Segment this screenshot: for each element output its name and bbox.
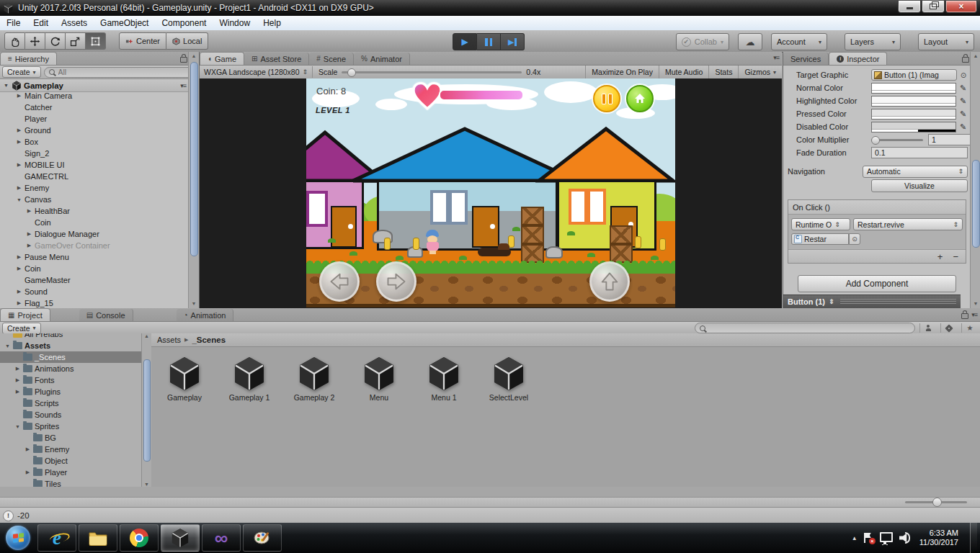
hierarchy-scrollbar[interactable]: ▲ ▼ xyxy=(188,52,199,308)
game-pause-button[interactable] xyxy=(593,85,620,112)
scroll-up-icon[interactable]: ▲ xyxy=(189,52,199,60)
expand-arrow-icon[interactable]: ▶ xyxy=(16,127,22,133)
jump-button[interactable] xyxy=(589,261,630,302)
scrollbar-thumb[interactable] xyxy=(190,62,198,256)
expand-arrow-icon[interactable]: ▶ xyxy=(24,446,31,452)
hierarchy-item[interactable]: ▶ GameOver Container xyxy=(0,240,189,251)
hierarchy-item[interactable]: ▶ Ground xyxy=(0,125,189,136)
expand-arrow-icon[interactable]: ▶ xyxy=(16,266,22,271)
disabled-color-swatch[interactable] xyxy=(871,122,956,132)
expand-arrow-icon[interactable]: ▶ xyxy=(16,139,22,145)
eyedropper-icon[interactable]: ✎ xyxy=(958,109,968,119)
maximize-on-play-button[interactable]: Maximize On Play xyxy=(585,66,659,78)
taskbar-paint[interactable] xyxy=(243,524,282,552)
hierarchy-item[interactable]: Catcher xyxy=(0,102,189,113)
tab-console[interactable]: ▤Console xyxy=(79,309,133,321)
project-tree-item[interactable]: ▶ Plugins xyxy=(0,386,141,397)
color-multiplier-slider[interactable] xyxy=(871,139,923,141)
hierarchy-item[interactable]: ▶ Sound xyxy=(0,286,189,297)
project-tree-item[interactable]: Tiles xyxy=(0,478,141,487)
expand-arrow-icon[interactable]: ▶ xyxy=(14,366,21,372)
close-button[interactable]: × xyxy=(945,1,977,13)
event-function-dropdown[interactable]: Restart.revive⇕ xyxy=(853,218,963,230)
project-tree-item[interactable]: Object xyxy=(0,455,141,467)
lock-icon[interactable] xyxy=(962,57,969,63)
fade-duration-field[interactable]: 0.1 xyxy=(871,147,968,158)
expand-arrow-icon[interactable]: ▶ xyxy=(26,231,32,237)
expand-arrow-icon[interactable]: ▶ xyxy=(14,377,21,383)
show-desktop-button[interactable] xyxy=(970,523,977,553)
hierarchy-item[interactable]: ▶ Pause Menu xyxy=(0,251,189,263)
event-target-field[interactable]: Restar xyxy=(791,233,849,245)
tab-services[interactable]: Services xyxy=(783,53,829,65)
hierarchy-item[interactable]: ▶ Flag_15 xyxy=(0,297,189,308)
project-tree-item[interactable]: _Scenes xyxy=(0,351,141,363)
scene-asset[interactable]: Gameplay 2 xyxy=(291,356,337,402)
network-icon[interactable] xyxy=(880,532,893,542)
lock-icon[interactable] xyxy=(961,313,968,319)
hierarchy-item[interactable]: ▼ Canvas xyxy=(0,194,189,205)
project-tree-item[interactable]: Sounds xyxy=(0,409,141,421)
menu-item[interactable]: Edit xyxy=(27,17,55,30)
project-tree-item[interactable]: ▶ Player xyxy=(0,467,141,478)
hierarchy-item[interactable]: GAMECTRL xyxy=(0,171,189,182)
hierarchy-item[interactable]: GameMaster xyxy=(0,274,189,286)
highlighted-color-swatch[interactable] xyxy=(871,96,956,107)
scroll-up-icon[interactable]: ▲ xyxy=(971,52,980,60)
eyedropper-icon[interactable]: ✎ xyxy=(958,122,968,132)
pivot-center-button[interactable]: Center xyxy=(119,32,166,50)
expand-arrow-icon[interactable]: ▶ xyxy=(24,469,31,475)
scene-asset[interactable]: Menu xyxy=(356,356,402,402)
expand-arrow-icon[interactable]: ▶ xyxy=(16,93,22,99)
hierarchy-item[interactable]: ▶ Main Camera xyxy=(0,90,189,102)
cloud-button[interactable]: ☁ xyxy=(738,33,762,50)
menu-item[interactable]: File xyxy=(0,17,27,30)
taskbar-file-explorer[interactable] xyxy=(79,524,117,552)
hierarchy-search-input[interactable] xyxy=(57,67,192,77)
gizmos-dropdown[interactable]: Gizmos▾ xyxy=(738,66,782,78)
expand-arrow-icon[interactable]: ▶ xyxy=(14,389,21,395)
scroll-down-icon[interactable]: ▼ xyxy=(189,300,199,308)
project-create-button[interactable]: Create▾ xyxy=(2,323,41,334)
scene-asset[interactable]: Menu 1 xyxy=(421,356,467,402)
expand-arrow-icon[interactable]: ▶ xyxy=(16,289,22,295)
project-search[interactable] xyxy=(695,323,915,333)
mute-audio-button[interactable]: Mute Audio xyxy=(659,66,709,78)
scale-slider[interactable] xyxy=(342,71,522,73)
rotation-local-button[interactable]: Local xyxy=(166,32,208,50)
project-search-input[interactable] xyxy=(708,323,910,333)
scene-menu-icon[interactable]: ▾≡ xyxy=(180,82,186,89)
tab-inspector[interactable]: iInspector xyxy=(829,52,887,65)
game-home-button[interactable] xyxy=(626,85,654,112)
tray-expand-icon[interactable]: ▲ xyxy=(852,535,858,541)
add-event-button[interactable]: + xyxy=(937,251,943,262)
scene-asset[interactable]: Gameplay 1 xyxy=(226,356,272,402)
volume-icon[interactable] xyxy=(899,532,910,544)
scene-asset[interactable]: SelectLevel xyxy=(486,356,532,402)
search-by-label-button[interactable] xyxy=(940,323,957,333)
tab-animation[interactable]: ◔Animation xyxy=(177,309,234,321)
collab-dropdown[interactable]: ✔ Collab ▾ xyxy=(676,33,729,50)
menu-item[interactable]: Component xyxy=(155,17,213,30)
tab-project[interactable]: ▦Project xyxy=(0,308,50,321)
hand-tool-button[interactable] xyxy=(4,32,25,50)
project-tree-item[interactable]: ▶ Fonts xyxy=(0,374,141,386)
move-right-button[interactable] xyxy=(376,261,416,302)
rotate-tool-button[interactable] xyxy=(45,32,66,50)
project-tree-item[interactable]: ▶ Enemy xyxy=(0,444,141,455)
hierarchy-item[interactable]: ▶ Enemy xyxy=(0,182,189,194)
expand-arrow-icon[interactable]: ▼ xyxy=(4,343,11,349)
tab-game[interactable]: ◖Game xyxy=(200,52,244,65)
project-tree-item[interactable]: All Prefabs xyxy=(0,333,141,340)
project-tree-item[interactable]: ▶ Animations xyxy=(0,363,141,374)
account-dropdown[interactable]: Account▾ xyxy=(771,33,827,50)
visualize-button[interactable]: Visualize xyxy=(871,179,968,192)
hierarchy-item[interactable]: ▶ HealthBar xyxy=(0,205,189,217)
object-picker-icon[interactable]: ⊙ xyxy=(849,233,860,245)
breadcrumb-root[interactable]: Assets xyxy=(157,336,181,344)
aspect-ratio-dropdown[interactable]: WXGA Landscape (1280x80⇕ xyxy=(200,66,313,78)
eyedropper-icon[interactable]: ✎ xyxy=(958,84,968,93)
hierarchy-item[interactable]: ▶ MOBILE UI xyxy=(0,159,189,171)
scale-tool-button[interactable] xyxy=(66,32,86,50)
remove-event-button[interactable]: − xyxy=(953,251,958,262)
